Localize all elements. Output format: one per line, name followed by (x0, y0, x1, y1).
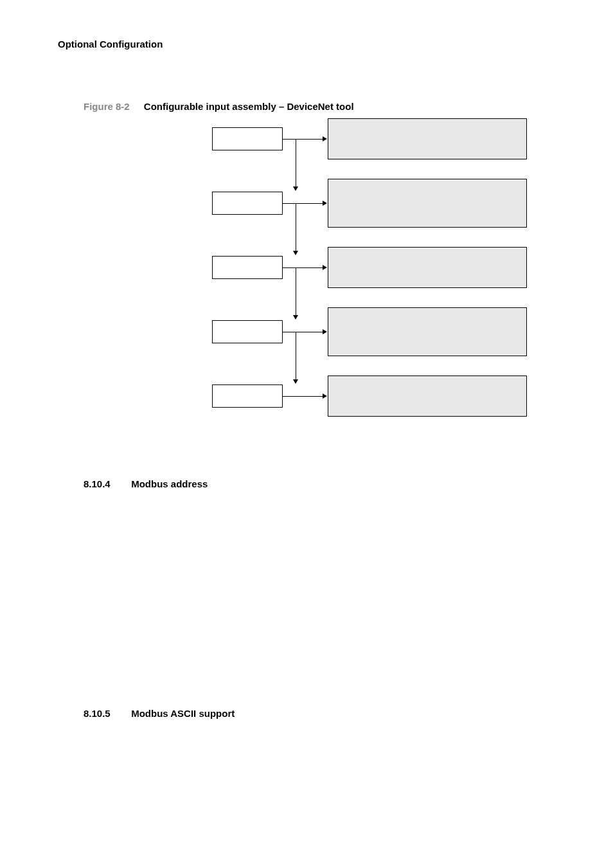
slot-box-2 (212, 192, 283, 215)
section-heading-2: Modbus ASCII support (131, 708, 235, 719)
spacer (58, 509, 568, 689)
slot-box-5 (212, 384, 283, 408)
flow-diagram (148, 118, 546, 453)
figure-title: Configurable input assembly – DeviceNet … (144, 101, 354, 112)
section-number-1: 8.10.4 (84, 478, 129, 489)
section-8-10-4: 8.10.4 Modbus address (84, 478, 555, 489)
section-8-10-5: 8.10.5 Modbus ASCII support (84, 708, 555, 719)
figure-number: Figure 8-2 (84, 101, 130, 112)
data-box-3 (328, 247, 527, 288)
section-title-1: 8.10.4 Modbus address (84, 478, 555, 489)
data-box-4 (328, 307, 527, 356)
slot-box-3 (212, 256, 283, 279)
figure-caption: Figure 8-2 Configurable input assembly –… (84, 101, 568, 112)
data-box-5 (328, 375, 527, 417)
slot-box-4 (212, 320, 283, 343)
data-box-2 (328, 179, 527, 228)
section-heading-1: Modbus address (131, 478, 208, 489)
slot-box-1 (212, 127, 283, 150)
page-header: Optional Configuration (58, 39, 568, 50)
data-box-1 (328, 118, 527, 159)
section-number-2: 8.10.5 (84, 708, 129, 719)
section-title-2: 8.10.5 Modbus ASCII support (84, 708, 555, 719)
page: Optional Configuration Figure 8-2 Config… (0, 0, 613, 777)
